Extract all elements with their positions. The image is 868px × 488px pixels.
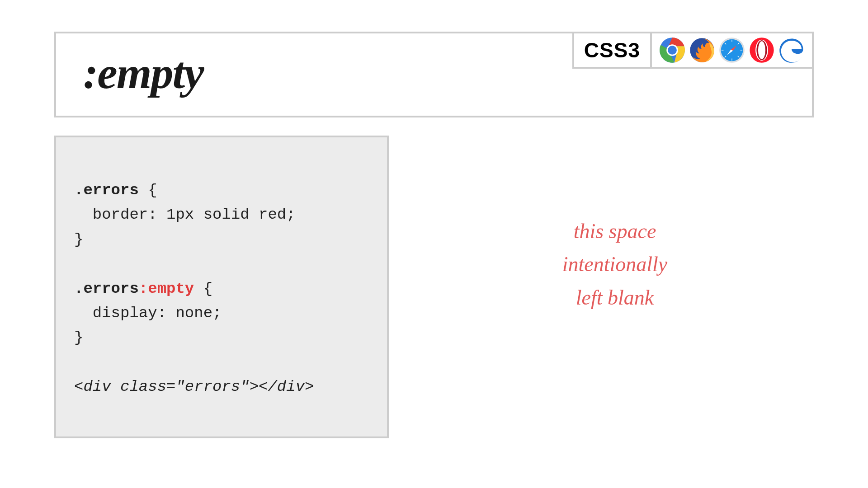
header-bar: :empty CSS3 <box>54 32 814 117</box>
code-brace-open-2: { <box>194 280 212 297</box>
code-selector-2: .errors <box>74 280 139 297</box>
code-html-sample: <div class="errors"></div> <box>74 378 314 395</box>
result-panel: this space intentionally left blank <box>416 136 814 447</box>
content-row: .errors { border: 1px solid red; } .erro… <box>54 136 814 447</box>
page-title: :empty <box>56 33 203 99</box>
firefox-icon <box>689 37 715 63</box>
browser-support-badges <box>652 32 814 69</box>
code-pseudo-2: :empty <box>139 280 194 297</box>
code-brace-open-1: { <box>139 182 157 199</box>
code-body-1: border: 1px solid red; <box>74 206 296 223</box>
code-brace-close-1: } <box>74 231 83 248</box>
code-body-2: display: none; <box>74 305 222 322</box>
blank-space-note: this space intentionally left blank <box>562 215 668 314</box>
slide: :empty CSS3 <box>0 0 868 488</box>
badge-group: CSS3 <box>572 32 814 69</box>
code-brace-close-2: } <box>74 329 83 346</box>
edge-icon <box>778 37 805 63</box>
svg-point-19 <box>758 41 765 59</box>
svg-point-2 <box>668 46 677 55</box>
safari-icon <box>719 37 745 63</box>
code-example: .errors { border: 1px solid red; } .erro… <box>54 136 389 438</box>
chrome-icon <box>659 37 685 63</box>
code-selector-1: .errors <box>74 182 139 199</box>
opera-icon <box>749 37 775 63</box>
css-version-badge: CSS3 <box>572 32 652 69</box>
